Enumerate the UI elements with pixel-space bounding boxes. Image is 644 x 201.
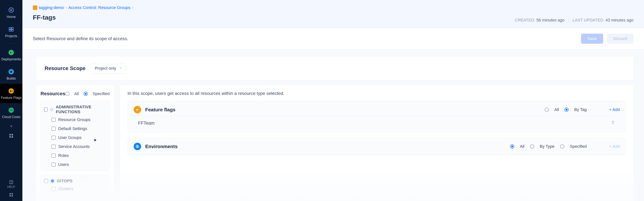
radio-all-label: All — [520, 144, 524, 149]
checkbox[interactable] — [52, 162, 56, 167]
resource-item-label: Users — [58, 162, 69, 167]
header-meta: CREATED: 56 minutes ago LAST UPDATED: 43… — [515, 18, 634, 23]
sidebar-item-feature-flags[interactable]: Feature Flags — [0, 84, 22, 103]
main: tagging-demo › Access Control: Resource … — [22, 0, 644, 201]
breadcrumb-project[interactable]: tagging-demo — [39, 5, 64, 10]
sidebar-item-label: Home — [7, 15, 16, 19]
checkbox[interactable] — [44, 179, 48, 183]
scope-note: In this scope, users get access to all r… — [128, 91, 626, 96]
sidebar-item-home[interactable]: Home — [0, 3, 22, 22]
resource-item[interactable]: Users — [52, 162, 106, 167]
header: tagging-demo › Access Control: Resource … — [22, 0, 644, 28]
discard-button[interactable]: Discard — [607, 34, 634, 44]
radio-all-label: All — [554, 107, 559, 112]
svg-rect-13 — [12, 134, 13, 135]
checkbox[interactable] — [44, 107, 48, 112]
environments-icon — [134, 143, 141, 150]
resource-item[interactable]: Roles — [52, 153, 106, 158]
checkbox[interactable] — [52, 136, 56, 140]
svg-rect-20 — [10, 195, 11, 196]
home-icon — [8, 6, 15, 14]
updated-label: LAST UPDATED: — [572, 18, 604, 23]
add-button[interactable]: + Add — [609, 107, 620, 112]
chevron-right-icon: › — [66, 5, 67, 10]
checkbox[interactable] — [52, 127, 56, 131]
category-head[interactable]: ADMINISTRATIVE FUNCTIONS — [44, 105, 106, 114]
sidebar-divider — [8, 43, 14, 44]
updated-value: 43 minutes ago — [606, 18, 634, 23]
card-body: FFTeam — [134, 116, 620, 128]
deployments-icon — [8, 49, 15, 56]
svg-rect-3 — [9, 30, 11, 31]
radio-all[interactable] — [65, 92, 70, 96]
action-buttons: Save Discard — [578, 34, 634, 44]
radio-all-label: All — [74, 91, 79, 96]
breadcrumb-section[interactable]: Access Control: Resource Groups — [68, 5, 130, 10]
sidebar-item-projects[interactable]: Projects — [0, 22, 22, 42]
svg-rect-14 — [9, 136, 11, 138]
sidebar-item-builds[interactable]: Builds — [0, 65, 22, 84]
svg-point-11 — [8, 108, 14, 113]
category-head[interactable]: GITOPS — [44, 178, 106, 183]
radio-specified-label: Specified — [92, 91, 110, 96]
detail-panel: In this scope, users get access to all r… — [120, 85, 634, 201]
svg-rect-15 — [12, 136, 13, 138]
created-label: CREATED: — [515, 18, 535, 23]
resource-item[interactable]: Clusters — [52, 186, 106, 191]
svg-point-23 — [138, 109, 138, 110]
radio-by-type[interactable] — [530, 144, 534, 148]
tag-row[interactable]: FFTeam — [138, 120, 615, 126]
category-label: GITOPS — [57, 178, 72, 183]
checkbox[interactable] — [52, 118, 56, 122]
radio-all[interactable] — [510, 144, 514, 148]
sidebar-collapse-icon[interactable]: ▾ — [10, 122, 12, 130]
radio-all[interactable] — [545, 108, 549, 112]
add-button[interactable]: + Add — [609, 144, 620, 149]
help-label: HELP — [7, 185, 15, 189]
radio-specified[interactable] — [84, 92, 88, 96]
svg-rect-19 — [12, 193, 13, 194]
trash-icon[interactable] — [611, 120, 615, 126]
sidebar-item-deployments[interactable]: Deployments — [0, 45, 22, 65]
svg-rect-1 — [9, 28, 11, 29]
sidebar-item-label: Deployments — [1, 57, 21, 61]
cloud-costs-icon — [8, 106, 15, 114]
resource-item[interactable]: Resource Groups — [52, 117, 106, 122]
resource-scope-select[interactable]: Project only — [91, 63, 125, 74]
resource-scope-value: Project only — [95, 66, 116, 71]
help-icon — [9, 180, 14, 184]
resource-item-label: Default Settings — [58, 126, 87, 131]
sidebar-help[interactable]: HELP — [7, 180, 15, 189]
svg-point-7 — [10, 71, 12, 73]
builds-icon — [8, 68, 15, 75]
save-button[interactable]: Save — [581, 34, 603, 44]
category-dot-icon — [51, 179, 54, 183]
resource-item-label: Service Accounts — [58, 144, 90, 149]
card-head: Environments All By Type Specified + Add — [134, 143, 620, 150]
sidebar-apps-icon[interactable] — [9, 192, 14, 198]
svg-rect-12 — [9, 134, 11, 135]
resource-item-label: User Groups — [58, 135, 82, 140]
category-label: ADMINISTRATIVE FUNCTIONS — [56, 105, 106, 114]
resource-item[interactable]: Default Settings — [52, 126, 106, 131]
svg-point-17 — [11, 183, 12, 183]
svg-point-10 — [11, 91, 12, 92]
created-value: 56 minutes ago — [536, 18, 564, 23]
card-filter: All By Type Specified + Add — [510, 144, 620, 149]
radio-by-tag[interactable] — [564, 108, 568, 112]
radio-specified[interactable] — [560, 144, 564, 148]
instruction-text: Select Resource and define its scope of … — [33, 36, 128, 41]
checkbox[interactable] — [52, 153, 56, 158]
resource-card-feature-flags: Feature flags All By Tag + Add FFTeam — [128, 101, 626, 133]
resource-item[interactable]: User Groups — [52, 135, 106, 140]
resource-item[interactable]: Service Accounts — [52, 144, 106, 149]
sidebar-item-cloud-costs[interactable]: Cloud Costs — [0, 103, 22, 122]
grid-icon — [8, 132, 15, 139]
sidebar-item-grid[interactable] — [0, 130, 22, 141]
instruction-bar: Select Resource and define its scope of … — [22, 28, 644, 50]
resources-title: Resources — [40, 91, 65, 97]
checkbox[interactable] — [52, 145, 56, 149]
category-items: Clusters — [44, 186, 106, 191]
checkbox[interactable] — [52, 187, 56, 191]
resource-item-label: Resource Groups — [58, 117, 90, 122]
